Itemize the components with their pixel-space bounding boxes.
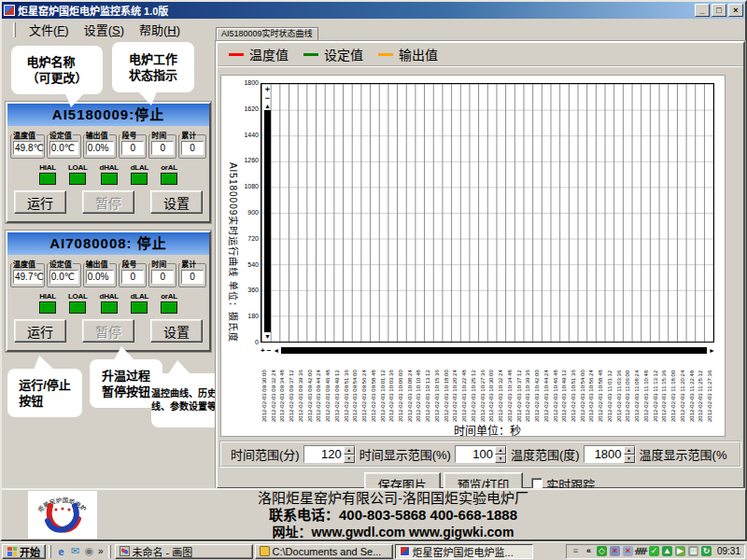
- device-AI5180009-button-运行[interactable]: 运行: [14, 190, 66, 214]
- spin-up-icon[interactable]: ▲: [624, 446, 635, 455]
- time-display-range-value: 100: [456, 446, 495, 462]
- device-AI5180009-button-设置[interactable]: 设置: [150, 190, 203, 214]
- scroll-up-icon[interactable]: ▲: [264, 103, 271, 109]
- alarm-dHAL: dHAL: [100, 163, 119, 185]
- spin-down-icon[interactable]: ▼: [624, 455, 635, 463]
- scroll-left-icon[interactable]: ◄: [273, 347, 279, 354]
- field-label: 累计: [180, 259, 197, 269]
- start-button[interactable]: 开始: [2, 544, 46, 559]
- x-tick: 2012-02-03 11:22:48: [688, 357, 698, 422]
- tray-network-error-icon[interactable]: ×: [623, 546, 633, 556]
- alarm-led-icon: [131, 173, 148, 185]
- range-controls: 时间范围(分)120▲▼时间显示范围(%)100▲▼温度范围(度)1800▲▼温…: [219, 441, 741, 468]
- callout-run-stop-text: 运行/停止 按钮: [19, 377, 71, 409]
- x-tick: 2012-02-03 10:25:12: [470, 357, 479, 422]
- tray-signal-icon[interactable]: ᚎ: [636, 546, 646, 556]
- legend-label: 输出值: [399, 45, 438, 63]
- x-tick: 2012-02-03 09:44:24: [315, 357, 324, 422]
- tray-msg-icon[interactable]: ▦: [688, 546, 698, 556]
- chevron-right-icon[interactable]: »: [98, 546, 104, 556]
- x-tick: 2012-02-03 10:27:36: [479, 357, 488, 422]
- tray-doc-icon[interactable]: ≡: [571, 546, 581, 556]
- h-zoom-out-icon[interactable]: −: [267, 347, 272, 355]
- tray-ok-icon[interactable]: ✓: [649, 546, 659, 556]
- system-tray: ≡«◇××ᚎ✓▲▶▦↻09:31: [566, 544, 745, 559]
- spin-up-icon[interactable]: ▲: [344, 446, 355, 455]
- field-设定值: 设定值0.0℃: [47, 263, 81, 287]
- legend-item-输出值: 输出值: [378, 45, 438, 63]
- spin-down-icon[interactable]: ▼: [344, 455, 355, 463]
- temp-range-spinbox[interactable]: 1800▲▼: [584, 445, 636, 463]
- menu-item-S[interactable]: 设置(S): [77, 19, 132, 40]
- x-tick: 2012-02-03 10:34:48: [506, 357, 515, 422]
- alarm-label: orAL: [161, 163, 176, 172]
- field-value: 0.0℃: [49, 141, 78, 155]
- field-时间: 时间0: [148, 134, 176, 159]
- horizontal-scrollbar[interactable]: + − ◄ ►: [261, 346, 715, 355]
- legend-label: 温度值: [249, 45, 289, 63]
- time-range-spinbox[interactable]: 120▲▼: [303, 445, 356, 463]
- alarm-label: LOAL: [68, 292, 88, 301]
- tray-shield-icon[interactable]: ▲: [662, 546, 672, 556]
- zoom-out-icon[interactable]: −: [265, 94, 270, 103]
- app-icon: [4, 5, 15, 16]
- field-label: 累计: [180, 130, 197, 140]
- tray-chevron-icon[interactable]: «: [584, 546, 594, 556]
- task-button[interactable]: 未命名 - 画图: [115, 544, 253, 559]
- chart-box: AI5180009实时运行曲线 单位：摄氏度 18001620144012601…: [220, 75, 726, 437]
- x-tick: 2012-02-03 09:56:24: [360, 357, 370, 422]
- field-label: 设定值: [49, 130, 73, 140]
- field-label: 温度值: [12, 259, 36, 269]
- close-icon[interactable]: ×: [728, 4, 743, 17]
- vertical-scrollbar[interactable]: + − ▲ ▼: [261, 86, 274, 340]
- legend-dash-icon: [229, 53, 244, 56]
- alarm-orAL: orAL: [161, 163, 177, 185]
- device-AI7080008-button-运行[interactable]: 运行: [14, 319, 66, 343]
- x-tick: 2012-02-03 10:42:00: [533, 357, 543, 422]
- x-tick: 2012-02-03 09:34:48: [278, 357, 288, 422]
- minimize-icon[interactable]: _: [695, 4, 710, 17]
- device-buttons: 运行暂停设置: [7, 190, 209, 214]
- tray-green-swirl-icon[interactable]: ◇: [597, 546, 607, 556]
- restore-icon[interactable]: □: [712, 4, 726, 17]
- mail-icon[interactable]: ✉: [68, 544, 82, 558]
- x-tick: 2012-02-03 10:22:48: [460, 357, 470, 422]
- x-tick: 2012-02-03 09:54:00: [351, 357, 360, 422]
- spin-down-icon[interactable]: ▼: [495, 455, 506, 463]
- task-button[interactable]: C:\Documents and Se...: [255, 544, 393, 559]
- horizontal-scrollbar-thumb[interactable]: [281, 347, 707, 354]
- y-tick: 1260: [244, 157, 259, 163]
- scroll-right-icon[interactable]: ►: [709, 347, 715, 354]
- x-tick: 2012-02-03 10:15:36: [433, 357, 443, 422]
- vertical-scrollbar-thumb[interactable]: [264, 110, 271, 332]
- spin-up-icon[interactable]: ▲: [495, 446, 506, 455]
- field-value: 0.0℃: [49, 270, 78, 284]
- field-累计: 累计0: [178, 134, 206, 159]
- device-AI5180009-button-暂停[interactable]: 暂停: [82, 190, 134, 214]
- titlebar: 炬星窑炉国炬电炉监控系统 1.0版 _ □ ×: [2, 2, 745, 19]
- alarm-dHAL: dHAL: [100, 292, 119, 314]
- x-tick: 2012-02-03 10:51:36: [570, 357, 579, 422]
- callout-pause-text: 升温过程 暂停按钮: [102, 368, 150, 399]
- y-tick: 1080: [244, 183, 259, 189]
- callout-settings-text: 温控曲线、历史曲 线、参数设置等等: [151, 387, 215, 413]
- task-buttons: 未命名 - 画图C:\Documents and Se...炬星窑炉国炬电炉监.…: [114, 544, 566, 559]
- h-zoom-in-icon[interactable]: +: [261, 347, 265, 355]
- device-AI7080008-button-设置[interactable]: 设置: [150, 319, 203, 343]
- tray-update-icon[interactable]: ↻: [701, 546, 712, 556]
- chart-legend: 温度值设定值输出值: [218, 43, 743, 67]
- tab-realtime-curve[interactable]: AI5180009实时状态曲线: [216, 27, 318, 41]
- ie-icon[interactable]: e: [54, 544, 68, 558]
- device-AI7080008-button-暂停[interactable]: 暂停: [82, 319, 134, 343]
- media-icon[interactable]: ◉: [82, 544, 96, 558]
- tray-device-error-icon[interactable]: ×: [610, 546, 620, 556]
- scroll-down-icon[interactable]: ▼: [264, 333, 271, 340]
- y-tick: 0: [255, 339, 259, 345]
- y-tick: 540: [247, 261, 259, 268]
- field-value: 0.0%: [86, 270, 115, 284]
- task-button[interactable]: 炬星窑炉国炬电炉监...: [395, 544, 533, 559]
- menu-item-H[interactable]: 帮助(H): [132, 19, 188, 40]
- time-display-range-spinbox[interactable]: 100▲▼: [455, 445, 507, 463]
- menu-item-F[interactable]: 文件(F): [21, 19, 77, 40]
- tray-play-icon[interactable]: ▶: [675, 546, 685, 556]
